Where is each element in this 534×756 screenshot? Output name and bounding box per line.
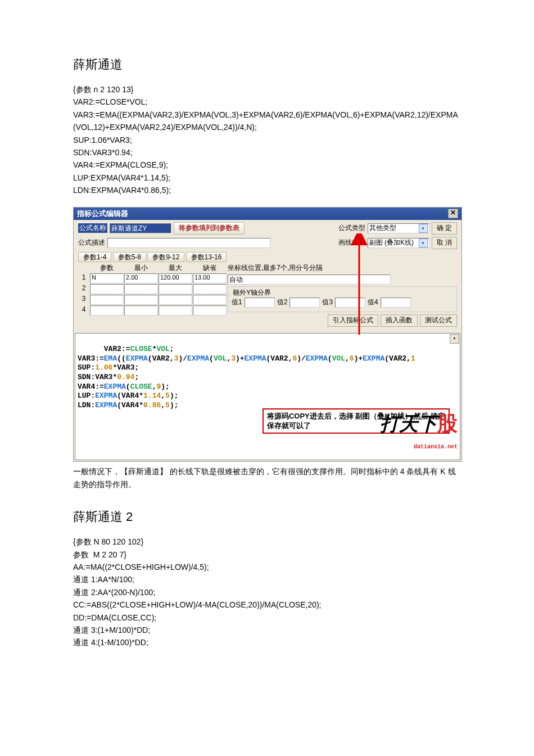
param-min-input[interactable]: 2.00: [124, 273, 158, 284]
val4-input[interactable]: [381, 298, 411, 308]
cancel-button[interactable]: 取 消: [432, 237, 457, 249]
close-icon[interactable]: ✕: [448, 209, 458, 218]
paragraph-1: 一般情况下，【薛斯通道】 的长线下轨是很难被击穿的，它有很强的支撑作用。同时指标…: [73, 465, 461, 492]
extra-y-group: 额外Y轴分界: [232, 288, 272, 298]
name-label: 公式名称: [78, 223, 107, 233]
row-num: 1: [78, 273, 89, 284]
insert-function-button[interactable]: 插入函数: [381, 314, 418, 327]
formula-desc-input[interactable]: [107, 238, 270, 248]
param-max-input[interactable]: [159, 284, 192, 294]
param-def-input[interactable]: 13.00: [193, 273, 227, 284]
type-value: 其他类型: [369, 223, 396, 233]
param-min-input[interactable]: [124, 295, 158, 305]
watermark-text: 打天下: [380, 413, 437, 434]
heading-2: 薛斯通道 2: [73, 508, 461, 525]
tab-params-1-4[interactable]: 参数1-4: [78, 252, 111, 262]
method-label: 画线方法: [338, 238, 365, 248]
col-max: 最大: [159, 263, 192, 273]
fill-params-button[interactable]: 将参数填列到参数表: [174, 222, 245, 235]
code-block-1: {参数 n 2 120 13} VAR2:=CLOSE*VOL; VAR3:=E…: [73, 83, 461, 197]
param-name-input[interactable]: [90, 295, 124, 305]
type-label: 公式类型: [338, 223, 365, 233]
val1-label: 值1: [232, 298, 242, 307]
param-min-input[interactable]: [124, 305, 158, 316]
col-def: 缺省: [193, 263, 227, 273]
scroll-up-icon[interactable]: ▴: [450, 334, 459, 344]
watermark-url: datianxia.net: [414, 444, 458, 450]
axis-label: 坐标线位置,最多7个,用分号分隔: [228, 263, 323, 273]
chevron-down-icon: ▾: [419, 224, 428, 233]
param-def-input[interactable]: [193, 305, 227, 316]
row-num: 4: [78, 305, 89, 316]
val2-input[interactable]: [289, 298, 320, 308]
param-name-input[interactable]: [90, 305, 124, 316]
col-min: 最小: [124, 263, 158, 273]
val3-input[interactable]: [335, 298, 365, 308]
param-max-input[interactable]: [159, 295, 192, 305]
formula-editor-window: 指标公式编辑器 ✕ 公式名称 薛斯通道ZY 将参数填列到参数表 公式类型 其他类…: [73, 207, 462, 462]
param-def-input[interactable]: [193, 284, 227, 294]
heading-1: 薛斯通道: [73, 56, 461, 73]
insert-indicator-button[interactable]: 引入指标公式: [328, 314, 378, 327]
param-name-input[interactable]: [90, 284, 124, 294]
watermark: 打天下股 datianxia.net: [345, 407, 458, 457]
param-min-input[interactable]: [124, 284, 158, 294]
val3-label: 值3: [322, 298, 333, 307]
chevron-down-icon: ▾: [419, 238, 428, 248]
method-value: 副图 (叠加K线): [369, 238, 414, 248]
param-max-input[interactable]: [159, 305, 192, 316]
window-title: 指标公式编辑器: [77, 209, 128, 219]
draw-method-select[interactable]: 副图 (叠加K线) ▾: [368, 238, 429, 248]
formula-code-area[interactable]: ▴VAR2:=CLOSE*VOL; VAR3:=EMA((EXPMA(VAR2,…: [75, 333, 460, 460]
row-num: 3: [78, 295, 89, 305]
tab-params-13-16[interactable]: 参数13-16: [186, 252, 227, 262]
watermark-gu: 股: [437, 413, 458, 436]
val4-label: 值4: [368, 298, 378, 307]
val2-label: 值2: [277, 298, 288, 307]
formula-type-select[interactable]: 其他类型 ▾: [368, 223, 429, 233]
param-name-input[interactable]: N: [90, 273, 124, 284]
row-num: 2: [78, 284, 89, 294]
ok-button[interactable]: 确 定: [432, 222, 457, 235]
tab-params-5-8[interactable]: 参数5-8: [113, 252, 146, 262]
tab-params-9-12[interactable]: 参数9-12: [147, 252, 184, 262]
window-titlebar: 指标公式编辑器 ✕: [74, 208, 461, 220]
desc-label: 公式描述: [78, 238, 105, 248]
col-param: 参数: [90, 263, 124, 273]
axis-input[interactable]: 自动: [228, 274, 391, 285]
param-table: 参数 最小 最大 缺省 1 N 2.00 120.00 13.00 2 3: [78, 263, 224, 316]
code-block-2: {参数 N 80 120 102} 参数 M 2 20 7} AA:=MA((2…: [73, 536, 461, 649]
param-max-input[interactable]: 120.00: [159, 273, 192, 284]
test-formula-button[interactable]: 测试公式: [420, 314, 457, 327]
val1-input[interactable]: [245, 298, 275, 308]
param-def-input[interactable]: [193, 295, 227, 305]
formula-name-input[interactable]: 薛斯通道ZY: [110, 223, 171, 233]
